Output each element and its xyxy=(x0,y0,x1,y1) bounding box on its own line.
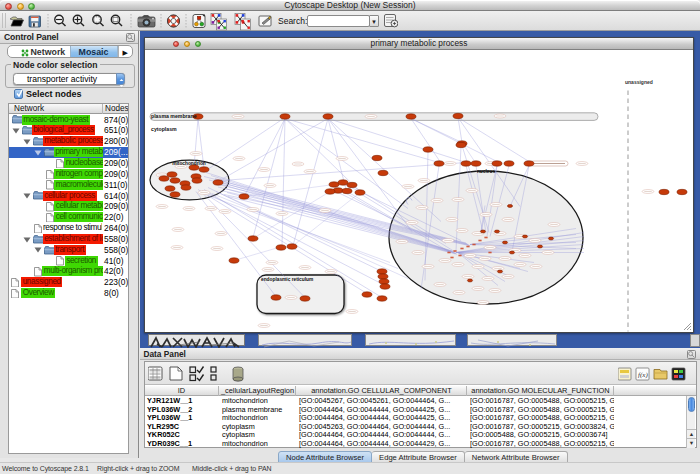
svg-text:endoplasmic reticulum: endoplasmic reticulum xyxy=(261,276,313,281)
svg-text:plasma membrane: plasma membrane xyxy=(151,113,197,119)
svg-text:cytoplasm: cytoplasm xyxy=(151,125,177,131)
svg-text:unassigned: unassigned xyxy=(625,79,653,85)
svg-text:f(x): f(x) xyxy=(638,371,648,379)
svg-text:nucleus: nucleus xyxy=(477,169,495,174)
svg-text:mitochondrion: mitochondrion xyxy=(172,161,206,166)
